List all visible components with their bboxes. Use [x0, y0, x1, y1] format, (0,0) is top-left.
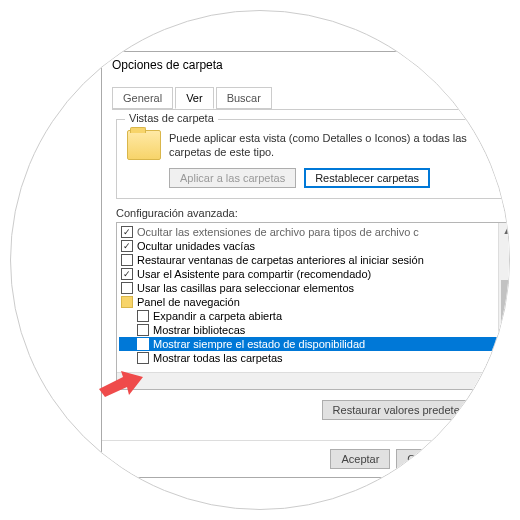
reset-folders-button[interactable]: Restablecer carpetas — [304, 168, 430, 188]
list-item-label: Expandir a carpeta abierta — [153, 310, 282, 322]
scroll-right-icon[interactable]: ► — [481, 373, 498, 390]
checkbox[interactable] — [137, 352, 149, 364]
window-title: Opciones de carpeta — [102, 52, 510, 78]
list-item-label: Restaurar ventanas de carpetas anteriore… — [137, 254, 424, 266]
list-item-label: Mostrar bibliotecas — [153, 324, 245, 336]
scroll-thumb[interactable] — [501, 280, 510, 350]
checkbox[interactable] — [121, 268, 133, 280]
list-item[interactable]: Restaurar ventanas de carpetas anteriore… — [119, 253, 510, 267]
ok-button[interactable]: Aceptar — [330, 449, 390, 469]
cancel-button[interactable]: Cancelar — [396, 449, 462, 469]
list-item[interactable]: Mostrar bibliotecas — [119, 323, 510, 337]
nav-panel-label: Panel de navegación — [137, 296, 240, 308]
checkbox[interactable] — [121, 240, 133, 252]
list-item-label: Ocultar las extensiones de archivo para … — [137, 226, 419, 238]
list-item-label: Mostrar todas las carpetas — [153, 352, 283, 364]
vertical-scrollbar[interactable]: ▲ ▼ — [498, 223, 510, 372]
checkbox[interactable] — [137, 338, 149, 350]
apply-button[interactable]: Aplicar — [468, 449, 510, 469]
list-item[interactable]: Ocultar las extensiones de archivo para … — [119, 225, 510, 239]
list-item[interactable]: Ocultar unidades vacías — [119, 239, 510, 253]
list-item[interactable]: Mostrar todas las carpetas — [119, 351, 510, 365]
apply-to-folders-button: Aplicar a las carpetas — [169, 168, 296, 188]
scroll-down-icon[interactable]: ▼ — [499, 355, 510, 372]
list-item[interactable]: Usar el Asistente para compartir (recome… — [119, 267, 510, 281]
scroll-up-icon[interactable]: ▲ — [499, 223, 510, 240]
advanced-settings-list[interactable]: Ocultar las extensiones de archivo para … — [116, 222, 510, 390]
folder-icon — [127, 130, 161, 160]
tab-strip: General Ver Buscar — [112, 87, 510, 110]
tab-ver[interactable]: Ver — [175, 87, 214, 109]
checkbox[interactable] — [121, 282, 133, 294]
list-item-label: Ocultar unidades vacías — [137, 240, 255, 252]
nav-panel-icon — [121, 296, 133, 308]
tab-general[interactable]: General — [112, 87, 173, 109]
dialog-buttons: Aceptar Cancelar Aplicar — [102, 440, 510, 477]
checkbox[interactable] — [121, 226, 133, 238]
checkbox[interactable] — [137, 324, 149, 336]
scroll-left-icon[interactable]: ◄ — [117, 373, 134, 390]
tab-buscar[interactable]: Buscar — [216, 87, 272, 109]
list-item[interactable]: Usar las casillas para seleccionar eleme… — [119, 281, 510, 295]
checkbox[interactable] — [121, 254, 133, 266]
restore-defaults-button[interactable]: Restaurar valores predeterminados — [322, 400, 510, 420]
advanced-settings-label: Configuración avanzada: — [116, 207, 510, 219]
folder-options-dialog: Opciones de carpeta General Ver Buscar V… — [101, 51, 510, 478]
checkbox[interactable] — [137, 310, 149, 322]
list-item[interactable]: Expandir a carpeta abierta — [119, 309, 510, 323]
folder-views-text: Puede aplicar esta vista (como Detalles … — [169, 131, 505, 160]
list-item-label: Usar el Asistente para compartir (recome… — [137, 268, 371, 280]
nav-panel-header: Panel de navegación — [119, 295, 510, 309]
list-item-label: Usar las casillas para seleccionar eleme… — [137, 282, 354, 294]
folder-views-group: Vistas de carpeta Puede aplicar esta vis… — [116, 119, 510, 199]
horizontal-scrollbar[interactable]: ◄ ► — [117, 372, 510, 389]
list-item[interactable]: Mostrar siempre el estado de disponibili… — [119, 337, 510, 351]
folder-views-title: Vistas de carpeta — [125, 112, 218, 124]
list-item-label: Mostrar siempre el estado de disponibili… — [153, 338, 365, 350]
